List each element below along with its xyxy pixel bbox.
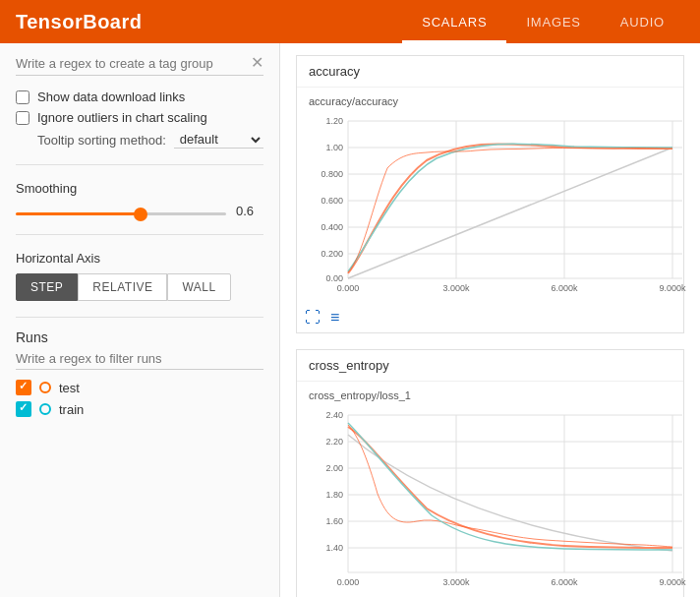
svg-line-22 [348,148,672,278]
svg-text:6.000k: 6.000k [551,283,578,293]
svg-text:0.00: 0.00 [325,273,343,283]
svg-text:1.60: 1.60 [325,516,343,526]
accuracy-chart-svg-wrap: 1.20 1.00 0.800 0.600 0.400 0.200 0.00 0… [309,111,671,301]
tag-group-input[interactable] [16,56,251,71]
svg-text:0.400: 0.400 [321,222,343,232]
cross-entropy-chart-svg: 2.40 2.20 2.00 1.80 1.60 1.40 0.000 3.00… [309,405,692,592]
svg-text:6.000k: 6.000k [551,577,578,587]
tooltip-sorting-select[interactable]: default ascending descending nearest [174,131,263,149]
show-data-row: Show data download links [16,90,263,104]
cross-entropy-chart-title: cross_entropy [297,350,683,382]
accuracy-chart-subtitle: accuracy/accuracy [309,95,671,107]
horizontal-axis-label: Horizontal Axis [16,251,263,266]
smoothing-section: Smoothing 0.6 [16,164,263,218]
cross-entropy-chart-svg-wrap: 2.40 2.20 2.00 1.80 1.60 1.40 0.000 3.00… [309,405,671,595]
runs-filter-input[interactable] [16,351,263,370]
accuracy-fullscreen-icon[interactable]: ⛶ [305,309,321,327]
smoothing-value: 0.6 [236,204,263,218]
svg-text:0.000: 0.000 [337,283,360,293]
svg-text:3.000k: 3.000k [442,283,470,293]
runs-title: Runs [16,329,263,345]
tag-group-search: ✕ [16,55,263,76]
axis-wall-button[interactable]: WALL [167,273,230,301]
ignore-outliers-checkbox[interactable] [16,111,29,125]
svg-text:0.600: 0.600 [321,196,343,206]
cross-entropy-chart-card: cross_entropy cross_entropy/loss_1 [296,349,684,597]
svg-text:0.000: 0.000 [337,577,360,587]
run-item-train: train [16,401,263,417]
main-nav: SCALARS IMAGES AUDIO [402,0,684,43]
svg-text:9.000k: 9.000k [659,283,686,293]
svg-text:3.000k: 3.000k [442,577,470,587]
axis-button-group: STEP RELATIVE WALL [16,273,263,301]
nav-item-images[interactable]: IMAGES [506,0,600,43]
nav-item-scalars[interactable]: SCALARS [402,0,506,43]
accuracy-chart-title: accuracy [297,56,683,88]
horizontal-axis-section: Horizontal Axis STEP RELATIVE WALL [16,234,263,301]
ignore-outliers-row: Ignore outliers in chart scaling [16,110,263,125]
svg-text:1.20: 1.20 [325,116,343,126]
svg-text:2.20: 2.20 [325,437,343,447]
accuracy-chart-svg: 1.20 1.00 0.800 0.600 0.400 0.200 0.00 0… [309,111,692,298]
run-train-label: train [59,402,84,417]
run-train-checkbox[interactable] [16,401,31,417]
accuracy-chart-footer: ⛶ ≡ [297,305,683,332]
clear-search-icon[interactable]: ✕ [251,55,263,71]
show-data-label: Show data download links [37,90,185,104]
sidebar: ✕ Show data download links Ignore outlie… [0,43,280,597]
show-data-checkbox[interactable] [16,90,29,104]
axis-relative-button[interactable]: RELATIVE [78,273,167,301]
cross-entropy-chart-subtitle: cross_entropy/loss_1 [309,389,671,401]
ignore-outliers-label: Ignore outliers in chart scaling [37,110,207,125]
svg-text:0.800: 0.800 [321,169,343,179]
svg-text:2.40: 2.40 [325,410,343,420]
layout: ✕ Show data download links Ignore outlie… [0,43,700,597]
run-item-test: test [16,380,263,395]
main-content: accuracy accuracy/accuracy [280,43,700,597]
svg-text:1.80: 1.80 [325,490,343,500]
app-logo: TensorBoard [16,11,402,33]
header: TensorBoard SCALARS IMAGES AUDIO [0,0,700,43]
nav-item-audio[interactable]: AUDIO [601,0,684,43]
tooltip-sorting-row: Tooltip sorting method: default ascendin… [16,131,263,149]
smoothing-slider-row: 0.6 [16,204,263,218]
smoothing-slider[interactable] [16,212,226,215]
tooltip-sorting-label: Tooltip sorting method: [37,133,166,148]
svg-text:1.40: 1.40 [325,543,343,553]
run-train-circle [39,403,51,415]
svg-text:1.00: 1.00 [325,143,343,152]
run-test-circle [39,382,51,393]
smoothing-label: Smoothing [16,181,263,196]
accuracy-chart-area: accuracy/accuracy [297,88,683,305]
svg-text:2.00: 2.00 [325,463,343,473]
accuracy-chart-card: accuracy accuracy/accuracy [296,55,684,333]
smoothing-slider-container [16,204,226,218]
accuracy-menu-icon[interactable]: ≡ [330,309,339,327]
axis-step-button[interactable]: STEP [16,273,78,301]
cross-entropy-chart-area: cross_entropy/loss_1 [297,382,683,597]
runs-section: Runs test train [16,317,263,417]
run-test-checkbox[interactable] [16,380,31,395]
svg-text:0.200: 0.200 [321,249,343,259]
svg-text:9.000k: 9.000k [659,577,686,587]
run-test-label: test [59,381,80,395]
